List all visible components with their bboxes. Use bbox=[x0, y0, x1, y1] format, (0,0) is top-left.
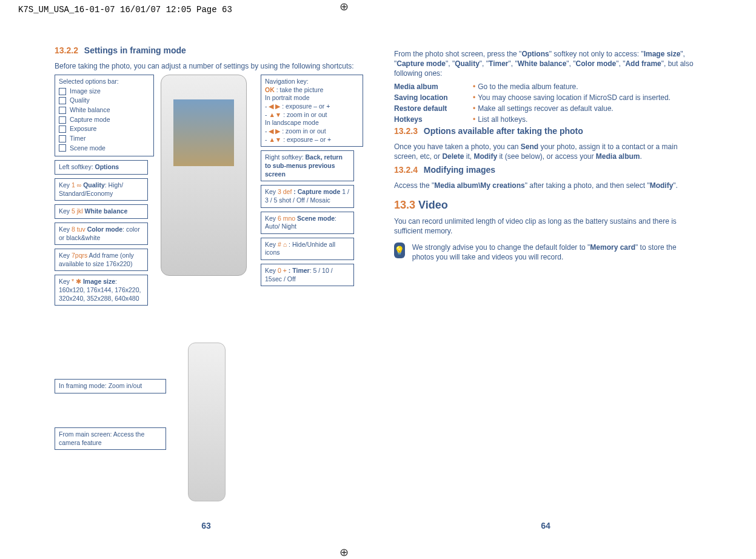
key7-prefix: Key bbox=[59, 252, 72, 259]
page-right: From the photo shot screen, press the "O… bbox=[394, 45, 697, 531]
exposure-icon bbox=[59, 126, 66, 133]
options-bar-callout: Selected options bar: Image size Quality… bbox=[55, 75, 154, 156]
left-softkey-label: Left softkey: bbox=[59, 163, 95, 170]
t-white-balance: White balance bbox=[518, 59, 567, 68]
bullet-icon: • bbox=[473, 93, 475, 102]
tip-memory-card-label: Memory card bbox=[590, 243, 635, 252]
section-number: 13.3 bbox=[394, 199, 415, 211]
section-13-2-4-heading: 13.2.4 Modifying images bbox=[394, 165, 697, 175]
keystar-prefix: Key bbox=[59, 278, 72, 285]
quality-icon bbox=[59, 97, 66, 104]
s3-media-album: Media album bbox=[596, 152, 640, 161]
t-quality: Quality bbox=[455, 59, 480, 68]
arrows-lr-icon: ◀ ▶ bbox=[269, 102, 280, 110]
section-title: Video bbox=[418, 199, 448, 211]
section-13-2-2-heading: 13.2.2 Settings in framing mode bbox=[55, 45, 358, 55]
t-timer: Timer bbox=[489, 59, 508, 68]
intro-a: From the photo shot screen, press the " bbox=[394, 50, 521, 58]
opt-timer: Timer bbox=[70, 135, 85, 143]
scene-mode-icon bbox=[59, 144, 66, 152]
key5-callout: Key 5 jkl White balance bbox=[55, 204, 148, 219]
two-page-spread: 13.2.2 Settings in framing mode Before t… bbox=[55, 45, 697, 531]
s4-a: Access the " bbox=[394, 181, 434, 190]
key6-name: Scene mode bbox=[295, 215, 335, 222]
tip-a: We strongly advise you to change the def… bbox=[412, 243, 590, 252]
phone-keypad bbox=[167, 178, 240, 263]
row-restore-default: Restore default • Make all settings reco… bbox=[394, 104, 697, 113]
text-saving-location: You may choose saving location if MicroS… bbox=[478, 93, 697, 102]
s3-e: . bbox=[640, 152, 642, 161]
arrows-ud-icon-2: ▲▼ bbox=[269, 136, 281, 143]
left-softkey-callout: Left softkey: Options bbox=[55, 160, 148, 175]
opt-image-size: Image size bbox=[70, 87, 101, 96]
keyhash-callout: Key # ⌂ : Hide/Unhide all icons bbox=[261, 238, 354, 260]
nav-portrait-label: In portrait mode bbox=[265, 94, 359, 102]
keystar-callout: Key * ✱ Image size: 160x120, 176x144, 17… bbox=[55, 275, 148, 306]
key8-name: Color mode bbox=[85, 226, 122, 233]
section-title: Options available after taking the photo bbox=[424, 126, 583, 136]
sep4: ", " bbox=[508, 59, 517, 68]
key5-symbol: 5 jkl bbox=[72, 207, 83, 215]
s3-modify: Modify bbox=[473, 152, 497, 161]
key8-callout: Key 8 tuv Color mode: color or black&whi… bbox=[55, 223, 148, 245]
section-intro: Before taking the photo, you can adjust … bbox=[55, 61, 358, 71]
options-table: Media album • Go to the media album feat… bbox=[394, 82, 697, 124]
opt-scene-mode: Scene mode bbox=[70, 144, 105, 153]
intro-options: Options bbox=[521, 50, 549, 58]
key3-prefix: Key bbox=[265, 188, 278, 195]
intro-c: " softkey not only to access: " bbox=[549, 50, 644, 58]
phone-side-illustration bbox=[188, 343, 226, 501]
key8-prefix: Key bbox=[59, 226, 72, 233]
key6-callout: Key 6 mno Scene mode: Auto/ Night bbox=[261, 212, 354, 234]
page-left: 13.2.2 Settings in framing mode Before t… bbox=[55, 45, 358, 531]
access-camera-callout: From main screen: Access the camera feat… bbox=[55, 427, 166, 450]
lightbulb-icon: 💡 bbox=[394, 243, 405, 258]
t-image-size: Image size bbox=[644, 50, 681, 58]
white-balance-icon bbox=[59, 107, 66, 114]
bullet-icon: • bbox=[473, 82, 475, 91]
s3-delete: Delete bbox=[442, 152, 464, 161]
key8-symbol: 8 tuv bbox=[72, 226, 85, 233]
page-number-right: 64 bbox=[394, 521, 697, 531]
nav-landscape-label: In landscape mode bbox=[265, 119, 359, 127]
label-media-album: Media album bbox=[394, 82, 473, 91]
capture-mode-icon bbox=[59, 116, 66, 124]
framing-mode-diagram: Selected options bar: Image size Quality… bbox=[55, 75, 358, 347]
nav-lr2-text: : zoom in or out bbox=[280, 127, 326, 135]
key1-name: Quality bbox=[81, 181, 105, 189]
nav-ok-text: : take the picture bbox=[275, 86, 324, 93]
t-capture-mode: Capture mode bbox=[396, 59, 446, 68]
crop-mark-bottom: ⊕ bbox=[340, 546, 349, 559]
nav-header: Navigation key: bbox=[265, 78, 359, 86]
text-media-album: Go to the media album feature. bbox=[478, 82, 697, 91]
sep3: ", " bbox=[480, 59, 489, 68]
text-hotkeys: List all hotkeys. bbox=[478, 115, 697, 124]
t-add-frame: Add frame bbox=[625, 59, 661, 68]
print-header: K7S_UM_USA_16-01-07 16/01/07 12:05 Page … bbox=[18, 5, 232, 15]
bullet-icon: • bbox=[473, 115, 475, 124]
options-bar-list: Image size Quality White balance Capture… bbox=[59, 87, 150, 152]
phone-screen bbox=[173, 99, 234, 166]
opt-quality: Quality bbox=[70, 96, 90, 105]
key1-prefix: Key bbox=[59, 181, 72, 189]
arrows-ud-icon: ▲▼ bbox=[269, 111, 281, 118]
label-restore-default: Restore default bbox=[394, 104, 473, 113]
key1-symbol: 1 ∞ bbox=[72, 181, 81, 189]
s4-b: " after taking a photo, and then select … bbox=[525, 181, 650, 190]
row-saving-location: Saving location • You may choose saving … bbox=[394, 93, 697, 102]
s4-path: Media album\My creations bbox=[434, 181, 524, 190]
key0-symbol: 0 + bbox=[278, 267, 287, 274]
nav-lr-text: : exposure – or + bbox=[280, 102, 330, 110]
key5-prefix: Key bbox=[59, 207, 72, 215]
key3-callout: Key 3 def : Capture mode 1 / 3 / 5 shot … bbox=[261, 185, 354, 207]
key0-callout: Key 0 + : Timer: 5 / 10 / 15sec / Off bbox=[261, 264, 354, 286]
sep6: ", " bbox=[616, 59, 625, 68]
key6-prefix: Key bbox=[265, 215, 278, 222]
key3-symbol: 3 def bbox=[278, 188, 292, 195]
row-media-album: Media album • Go to the media album feat… bbox=[394, 82, 697, 91]
key6-symbol: 6 mno bbox=[278, 215, 295, 222]
key7-callout: Key 7pqrs Add frame (only available to s… bbox=[55, 249, 148, 271]
sep5: ", " bbox=[566, 59, 575, 68]
s4-c: ". bbox=[673, 181, 678, 190]
key5-name: White balance bbox=[83, 207, 128, 215]
